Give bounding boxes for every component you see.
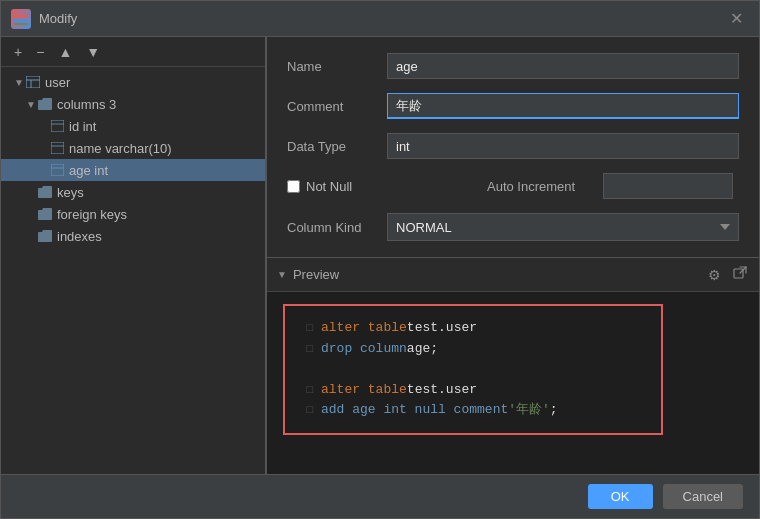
arrow-age (37, 165, 49, 176)
svg-rect-12 (734, 269, 743, 278)
tree-item-indexes[interactable]: indexes (1, 225, 265, 247)
not-null-group: Not Null (287, 179, 467, 194)
left-panel: + − ▲ ▼ ▼ user ▼ (1, 37, 266, 474)
data-type-label: Data Type (287, 139, 387, 154)
column-icon-id (49, 118, 65, 134)
arrow-columns: ▼ (25, 99, 37, 110)
preview-collapse-arrow[interactable]: ▼ (277, 269, 287, 280)
folder-icon-fk (37, 206, 53, 222)
code-line-2: □ drop column age; (297, 339, 649, 360)
data-type-row: Data Type (287, 133, 739, 159)
arrow-id (37, 121, 49, 132)
name-label: name varchar(10) (69, 141, 172, 156)
bottom-bar: OK Cancel (1, 474, 759, 518)
name-label: Name (287, 59, 387, 74)
tree-item-keys[interactable]: keys (1, 181, 265, 203)
code-empty-line (297, 360, 649, 380)
tree-item-user[interactable]: ▼ user (1, 71, 265, 93)
code-line-4: □ add age int null comment '年龄'; (297, 400, 649, 421)
code-line-3: □ alter table test.user (297, 380, 649, 401)
preview-title-row: ▼ Preview (277, 267, 339, 282)
preview-header: ▼ Preview ⚙ (267, 258, 759, 292)
arrow-name (37, 143, 49, 154)
comment-row: Comment (287, 93, 739, 119)
modify-dialog: Modify ✕ + − ▲ ▼ ▼ user (0, 0, 760, 519)
id-label: id int (69, 119, 96, 134)
column-kind-label: Column Kind (287, 220, 387, 235)
fk-label: foreign keys (57, 207, 127, 222)
preview-icon-group: ⚙ (706, 264, 749, 285)
not-null-checkbox[interactable] (287, 180, 300, 193)
column-kind-select[interactable]: NORMAL VIRTUAL STORED (387, 213, 739, 241)
close-button[interactable]: ✕ (724, 7, 749, 30)
data-type-input[interactable] (387, 133, 739, 159)
table-icon (25, 74, 41, 90)
folder-icon-indexes (37, 228, 53, 244)
right-panel: Name Comment Data Type Not Nul (267, 37, 759, 474)
dialog-title: Modify (39, 11, 77, 26)
name-input[interactable] (387, 53, 739, 79)
form-area: Name Comment Data Type Not Nul (267, 37, 759, 258)
remove-button[interactable]: − (31, 42, 49, 62)
name-row: Name (287, 53, 739, 79)
add-button[interactable]: + (9, 42, 27, 62)
main-content: + − ▲ ▼ ▼ user ▼ (1, 37, 759, 474)
tree-item-id[interactable]: id int (1, 115, 265, 137)
comment-label: Comment (287, 99, 387, 114)
column-icon-age (49, 162, 65, 178)
tree-item-foreign-keys[interactable]: foreign keys (1, 203, 265, 225)
move-up-button[interactable]: ▲ (53, 42, 77, 62)
title-bar-left: Modify (11, 9, 77, 29)
tree-area: ▼ user ▼ columns 3 (1, 67, 265, 474)
columns-label: columns 3 (57, 97, 116, 112)
folder-icon-columns (37, 96, 53, 112)
folder-icon-keys (37, 184, 53, 200)
ok-button[interactable]: OK (588, 484, 653, 509)
svg-rect-10 (51, 164, 64, 176)
svg-rect-0 (14, 15, 28, 18)
code-line-1: □ alter table test.user (297, 318, 649, 339)
tree-toolbar: + − ▲ ▼ (1, 37, 265, 67)
code-box: □ alter table test.user □ drop column ag… (283, 304, 663, 435)
preview-settings-button[interactable]: ⚙ (706, 264, 723, 285)
svg-rect-6 (51, 120, 64, 132)
not-null-label: Not Null (306, 179, 352, 194)
preview-section: ▼ Preview ⚙ □ alter table test.u (267, 258, 759, 474)
move-down-button[interactable]: ▼ (81, 42, 105, 62)
code-area: □ alter table test.user □ drop column ag… (267, 292, 759, 474)
tree-item-name[interactable]: name varchar(10) (1, 137, 265, 159)
svg-rect-3 (26, 76, 40, 88)
svg-rect-2 (14, 23, 28, 25)
auto-increment-label: Auto Increment (487, 179, 575, 194)
age-label: age int (69, 163, 108, 178)
column-icon-name (49, 140, 65, 156)
arrow-keys (25, 187, 37, 198)
indexes-label: indexes (57, 229, 102, 244)
svg-rect-1 (14, 19, 28, 22)
title-bar: Modify ✕ (1, 1, 759, 37)
arrow-user: ▼ (13, 77, 25, 88)
column-kind-row: Column Kind NORMAL VIRTUAL STORED (287, 213, 739, 241)
preview-external-button[interactable] (731, 264, 749, 285)
user-label: user (45, 75, 70, 90)
arrow-foreign-keys (25, 209, 37, 220)
not-null-row: Not Null Auto Increment (287, 173, 739, 199)
keys-label: keys (57, 185, 84, 200)
auto-increment-input[interactable] (603, 173, 733, 199)
tree-item-age[interactable]: age int (1, 159, 265, 181)
comment-input[interactable] (387, 93, 739, 119)
preview-label: Preview (293, 267, 339, 282)
arrow-indexes (25, 231, 37, 242)
tree-item-columns[interactable]: ▼ columns 3 (1, 93, 265, 115)
svg-rect-8 (51, 142, 64, 154)
app-icon (11, 9, 31, 29)
cancel-button[interactable]: Cancel (663, 484, 743, 509)
